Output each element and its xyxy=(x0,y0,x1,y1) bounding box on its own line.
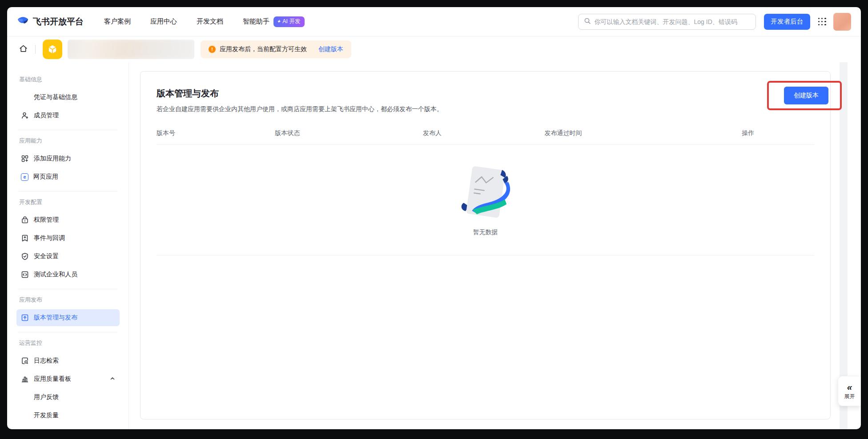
sidebar-item-version-management[interactable]: 版本管理与发布 xyxy=(16,309,120,326)
sidebar-divider xyxy=(18,289,118,289)
search-input[interactable] xyxy=(595,18,750,25)
sidebar-item-label: 版本管理与发布 xyxy=(34,314,77,322)
sidebar-section-app-capabilities: 应用能力 xyxy=(19,137,117,145)
nav-app-center[interactable]: 应用中心 xyxy=(150,17,177,26)
version-management-card: 版本管理与发布 若企业自建应用需要供企业内其他用户使用，或商店应用需要上架飞书应… xyxy=(140,71,831,419)
sidebar-divider xyxy=(18,191,118,192)
divider xyxy=(35,45,36,54)
sidebar-item-label: 网页应用 xyxy=(33,173,58,181)
nav-customer-cases[interactable]: 客户案例 xyxy=(104,17,131,26)
home-icon[interactable] xyxy=(19,44,28,55)
ai-dev-badge[interactable]: AI 开发 xyxy=(273,16,305,27)
sidebar-item-label: 权限管理 xyxy=(34,216,59,224)
empty-state-text: 暂无数据 xyxy=(473,228,498,236)
web-app-icon xyxy=(21,173,28,181)
column-publisher: 发布人 xyxy=(423,129,545,137)
chevron-up-icon[interactable] xyxy=(110,375,115,383)
sidebar-item-members[interactable]: 成员管理 xyxy=(16,107,120,124)
top-navbar: 飞书开放平台 客户案例 应用中心 开发文档 智能助手 AI 开发 xyxy=(7,7,861,36)
sidebar-item-dev-quality[interactable]: 开发质量 xyxy=(16,407,120,424)
sidebar-item-label: 成员管理 xyxy=(34,112,59,120)
feishu-logo-icon xyxy=(17,15,29,28)
sidebar-item-events-callbacks[interactable]: 事件与回调 xyxy=(16,230,120,247)
app-name-redacted xyxy=(68,40,194,59)
sidebar-item-label: 事件与回调 xyxy=(34,234,65,242)
sidebar-section-ops-monitoring: 运营监控 xyxy=(19,339,117,347)
sidebar-item-web-app[interactable]: 网页应用 xyxy=(16,168,120,185)
sidebar-item-log-search[interactable]: 日志检索 xyxy=(16,352,120,369)
scrollbar-track[interactable] xyxy=(840,62,848,429)
sidebar-item-user-feedback[interactable]: 用户反馈 xyxy=(16,389,120,406)
sidebar-item-permissions[interactable]: 权限管理 xyxy=(16,212,120,228)
warning-icon xyxy=(209,46,216,53)
window-frame: 飞书开放平台 客户案例 应用中心 开发文档 智能助手 AI 开发 xyxy=(0,0,868,439)
sidebar-item-quality-dashboard[interactable]: 应用质量看板 xyxy=(16,371,120,387)
create-version-button[interactable]: 创建版本 xyxy=(784,87,828,104)
sparkle-icon xyxy=(277,18,281,24)
column-version-status: 版本状态 xyxy=(275,129,423,137)
publish-notice-banner: 应用发布后，当前配置方可生效 创建版本 xyxy=(201,40,351,58)
nav-ai-assistant-label: 智能助手 xyxy=(243,17,269,26)
table-header-row: 版本号 版本状态 发布人 发布通过时间 操作 xyxy=(157,129,814,145)
empty-state: 暂无数据 xyxy=(157,145,814,255)
sidebar-item-label: 用户反馈 xyxy=(34,393,59,401)
notice-text: 应用发布后，当前配置方可生效 xyxy=(220,45,307,53)
page-title: 版本管理与发布 xyxy=(157,88,814,100)
brand-title: 飞书开放平台 xyxy=(33,16,84,28)
sidebar-item-test-org[interactable]: 测试企业和人员 xyxy=(16,266,120,283)
feishu-open-platform-page: 飞书开放平台 客户案例 应用中心 开发文档 智能助手 AI 开发 xyxy=(7,7,861,429)
nav-dev-docs[interactable]: 开发文档 xyxy=(197,17,223,26)
sidebar-item-security[interactable]: 安全设置 xyxy=(16,248,120,265)
double-chevron-left-icon xyxy=(847,382,852,392)
sidebar-divider xyxy=(18,332,118,332)
sidebar-section-basic-info: 基础信息 xyxy=(19,76,117,84)
expand-label: 展开 xyxy=(844,393,855,400)
app-icon[interactable] xyxy=(43,40,62,59)
notice-create-version-link[interactable]: 创建版本 xyxy=(318,45,343,53)
sidebar-item-label: 日志检索 xyxy=(34,357,59,365)
empty-state-illustration xyxy=(459,164,512,223)
expand-panel-button[interactable]: 展开 xyxy=(838,376,861,406)
sidebar-section-app-release: 应用发布 xyxy=(19,296,117,304)
column-actions: 操作 xyxy=(742,129,814,137)
sidebar-item-label: 添加应用能力 xyxy=(34,155,71,163)
apps-grid-icon[interactable] xyxy=(818,18,826,26)
nav-ai-assistant[interactable]: 智能助手 AI 开发 xyxy=(243,16,305,27)
sidebar-item-label: 安全设置 xyxy=(34,252,59,260)
sidebar-item-label: 应用质量看板 xyxy=(34,375,71,383)
avatar[interactable] xyxy=(833,13,851,31)
sidebar-divider xyxy=(18,130,118,130)
column-approved-time: 发布通过时间 xyxy=(545,129,742,137)
sidebar-item-label: 开发质量 xyxy=(34,411,59,419)
sidebar-item-label: 凭证与基础信息 xyxy=(34,93,77,101)
sidebar-item-label: 测试企业和人员 xyxy=(34,271,77,279)
global-search[interactable] xyxy=(578,14,756,30)
sidebar-item-credentials[interactable]: 凭证与基础信息 xyxy=(16,89,120,106)
ai-dev-badge-label: AI 开发 xyxy=(282,18,300,25)
page-subtitle: 若企业自建应用需要供企业内其他用户使用，或商店应用需要上架飞书应用中心，都必须发… xyxy=(157,105,814,113)
brand[interactable]: 飞书开放平台 xyxy=(17,15,84,28)
column-version-number: 版本号 xyxy=(157,129,275,137)
sidebar: 基础信息 凭证与基础信息 成员管理 应用能力 xyxy=(7,62,129,429)
sidebar-section-dev-config: 开发配置 xyxy=(19,198,117,206)
search-icon xyxy=(584,17,591,26)
developer-console-button[interactable]: 开发者后台 xyxy=(764,14,811,30)
sidebar-item-add-capability[interactable]: 添加应用能力 xyxy=(16,150,120,167)
main-content: 版本管理与发布 若企业自建应用需要供企业内其他用户使用，或商店应用需要上架飞书应… xyxy=(129,62,861,429)
app-context-bar: 应用发布后，当前配置方可生效 创建版本 xyxy=(7,36,861,62)
primary-nav: 客户案例 应用中心 开发文档 智能助手 AI 开发 xyxy=(104,16,305,27)
